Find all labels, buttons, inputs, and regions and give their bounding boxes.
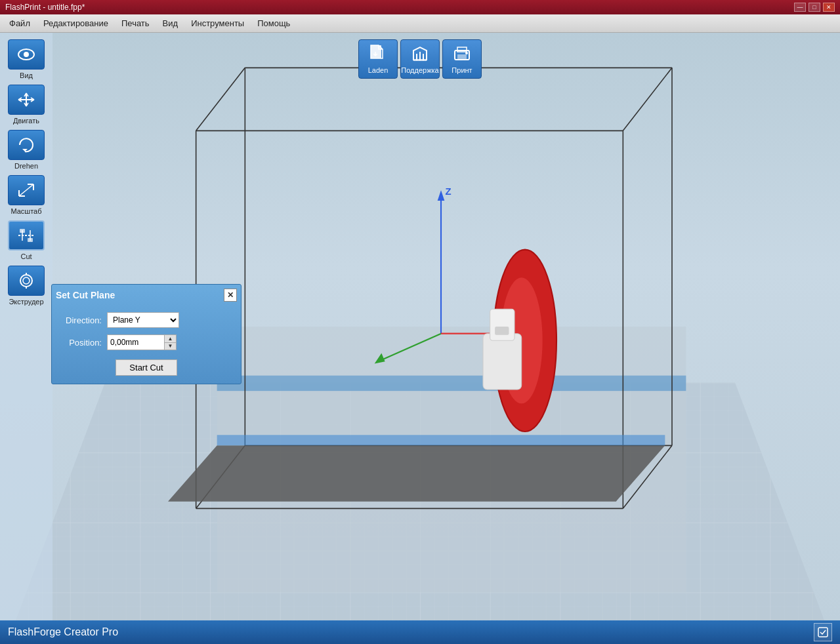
titlebar: FlashPrint - untitle.fpp* — □ ✕	[0, 0, 840, 14]
support-button[interactable]: Поддержка	[400, 39, 440, 79]
direction-label: Direction:	[56, 315, 102, 325]
print-button[interactable]: Принт	[442, 39, 482, 79]
direction-select[interactable]: Plane Y Plane X Plane Z	[107, 312, 179, 328]
titlebar-title: FlashPrint - untitle.fpp*	[5, 3, 85, 12]
cut-label: Cut	[20, 252, 32, 260]
svg-rect-43	[20, 229, 25, 233]
position-row: Position: ▲ ▼	[56, 334, 237, 350]
svg-marker-17	[168, 445, 665, 501]
close-button[interactable]: ✕	[823, 3, 835, 12]
menu-help[interactable]: Помощь	[251, 16, 297, 31]
svg-point-46	[23, 277, 30, 284]
cut-plane-dialog: Set Cut Plane ✕ Direction: Plane Y Plane…	[51, 284, 242, 384]
top-toolbar: Laden Поддержка Принт	[358, 39, 482, 79]
sidebar-rotate-button[interactable]: Drehen	[7, 130, 46, 170]
menu-print[interactable]: Печать	[115, 16, 156, 31]
svg-marker-18	[217, 435, 665, 445]
left-sidebar: Вид Двигать Drehen	[0, 33, 52, 620]
view-label: Вид	[20, 71, 33, 79]
menu-edit[interactable]: Редактирование	[37, 16, 115, 31]
svg-point-41	[24, 52, 29, 57]
position-input-wrap: ▲ ▼	[107, 334, 177, 350]
svg-rect-28	[483, 334, 522, 390]
print-label: Принт	[452, 66, 472, 74]
rotate-label: Drehen	[14, 162, 38, 170]
cut-plane-header: Set Cut Plane ✕	[56, 289, 237, 302]
position-input[interactable]	[107, 334, 165, 350]
statusbar-text: FlashForge Creator Pro	[8, 626, 118, 638]
menu-view[interactable]: Вид	[156, 16, 185, 31]
scale-icon	[8, 175, 45, 205]
statusbar-icon[interactable]	[814, 623, 832, 641]
sidebar-extruder-button[interactable]: Экструдер	[7, 266, 46, 306]
laden-label: Laden	[368, 66, 388, 74]
sidebar-move-button[interactable]: Двигать	[7, 85, 46, 125]
cut-plane-close-button[interactable]: ✕	[224, 289, 237, 302]
support-label: Поддержка	[401, 66, 438, 74]
titlebar-controls: — □ ✕	[794, 3, 835, 12]
main-area: Z Laden	[0, 33, 840, 620]
extruder-label: Экструдер	[9, 298, 43, 306]
direction-row: Direction: Plane Y Plane X Plane Z	[56, 312, 237, 328]
svg-point-45	[20, 275, 32, 287]
svg-rect-4	[217, 376, 686, 391]
svg-rect-37	[457, 54, 467, 60]
extruder-icon	[8, 266, 45, 296]
rotate-icon	[8, 130, 45, 160]
svg-line-10	[623, 68, 672, 131]
sidebar-cut-button[interactable]: Cut	[7, 220, 46, 260]
svg-marker-20	[438, 190, 445, 201]
svg-rect-30	[495, 327, 509, 335]
start-cut-button[interactable]: Start Cut	[116, 359, 177, 376]
position-label: Position:	[56, 338, 102, 348]
move-label: Двигать	[13, 117, 39, 125]
sidebar-scale-button[interactable]: Масштаб	[7, 175, 46, 215]
svg-line-9	[196, 68, 245, 131]
minimize-button[interactable]: —	[794, 3, 806, 12]
svg-rect-35	[413, 59, 427, 61]
svg-point-39	[465, 52, 468, 54]
menu-tools[interactable]: Инструменты	[184, 16, 251, 31]
menu-file[interactable]: Файл	[3, 16, 37, 31]
scale-label: Масштаб	[10, 207, 41, 215]
laden-button[interactable]: Laden	[358, 39, 398, 79]
maximize-button[interactable]: □	[808, 3, 820, 12]
cut-icon	[8, 220, 45, 251]
cut-plane-title: Set Cut Plane	[56, 290, 115, 300]
move-icon	[8, 85, 45, 115]
menubar: Файл Редактирование Печать Вид Инструмен…	[0, 14, 840, 33]
sidebar-view-button[interactable]: Вид	[7, 39, 46, 79]
svg-rect-44	[28, 238, 33, 242]
statusbar: FlashForge Creator Pro	[0, 620, 840, 644]
svg-rect-49	[818, 628, 828, 637]
spinner-down[interactable]: ▼	[165, 343, 176, 350]
svg-rect-31	[371, 45, 381, 58]
svg-rect-29	[490, 309, 514, 340]
view-icon	[8, 39, 45, 70]
spinner-up[interactable]: ▲	[165, 335, 176, 343]
svg-text:Z: Z	[445, 186, 451, 197]
position-spinner[interactable]: ▲ ▼	[165, 334, 177, 350]
